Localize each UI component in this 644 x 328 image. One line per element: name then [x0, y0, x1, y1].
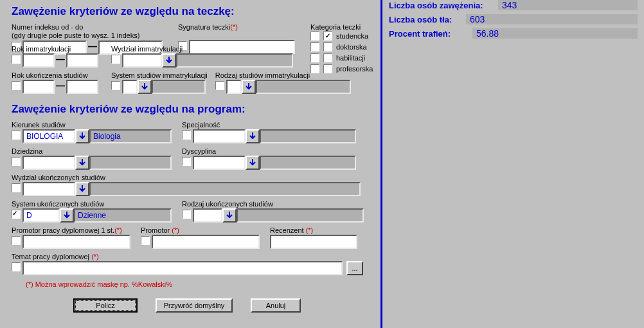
specjalnosc-code[interactable]: [193, 129, 246, 143]
section2-title: Zawężenie kryteriów ze względu na progra…: [12, 103, 374, 116]
section1-title: Zawężenie kryteriów ze względu na teczkę…: [12, 5, 374, 18]
wydz-uk-checkbox[interactable]: [12, 183, 21, 192]
wydz-uk-name: [89, 182, 361, 196]
arrow-down-icon: [226, 212, 233, 219]
wydz-imm-code[interactable]: [122, 53, 162, 68]
cat-enable-1[interactable]: [310, 42, 319, 51]
policz-button[interactable]: Policz: [73, 298, 138, 313]
arrow-down-icon: [79, 132, 85, 140]
wydz-imm-dropdown[interactable]: [162, 53, 176, 68]
arrow-down-icon: [64, 212, 70, 219]
rok-imm-label: Rok immatrykulacji: [12, 45, 98, 53]
dziedzina-label: Dziedzina: [12, 147, 172, 155]
kierunek-label: Kierunek studiów: [12, 121, 172, 129]
system-imm-code[interactable]: [122, 80, 138, 94]
system-uk-label: System ukończonych studiów: [12, 200, 172, 208]
dyscyplina-dropdown[interactable]: [246, 156, 260, 170]
cat-check-doktorska[interactable]: [323, 42, 332, 51]
index-label: Numer indeksu od - do: [12, 23, 163, 31]
system-imm-name: [152, 80, 206, 94]
wydz-uk-dropdown[interactable]: [75, 182, 89, 196]
cat-label-2: habilitacji: [336, 54, 365, 62]
prom-checkbox[interactable]: [141, 236, 150, 245]
rodzaj-imm-label: Rodzaj studiów immatrykulacji: [215, 71, 351, 79]
kierunek-dropdown[interactable]: [75, 129, 89, 143]
prom1-input[interactable]: [22, 235, 130, 249]
system-uk-code[interactable]: [22, 208, 60, 223]
dyscyplina-label: Dyscyplina: [182, 147, 356, 155]
rodzaj-imm-dropdown[interactable]: [242, 80, 256, 94]
rec-label: Recenzent (*): [270, 226, 357, 234]
arrow-down-icon: [246, 83, 252, 91]
rodzaj-imm-code[interactable]: [226, 80, 242, 94]
dziedzina-checkbox[interactable]: [12, 157, 21, 166]
dziedzina-name: [89, 156, 172, 170]
prom1-checkbox[interactable]: [12, 236, 21, 245]
system-uk-dropdown[interactable]: [60, 208, 74, 223]
rodzaj-imm-name: [256, 80, 351, 94]
sygnatura-label: Sygnatura teczki(*): [178, 23, 295, 31]
cat-enable-2[interactable]: [310, 53, 319, 62]
wydz-imm-name: [176, 53, 293, 68]
rodzaj-uk-label: Rodzaj ukończonych studiów: [182, 200, 364, 208]
rodzaj-uk-dropdown[interactable]: [222, 208, 237, 223]
stat-traf-val: 56.88: [472, 28, 503, 39]
system-imm-dropdown[interactable]: [138, 80, 152, 94]
specjalnosc-label: Specjalność: [182, 121, 356, 129]
dash-icon: —: [55, 54, 66, 67]
rok-imm-from[interactable]: [22, 53, 55, 68]
kierunek-code[interactable]: [22, 129, 75, 143]
system-imm-checkbox[interactable]: [111, 81, 120, 90]
rec-input[interactable]: [270, 235, 357, 249]
system-uk-name: [74, 208, 172, 223]
stat-zaw-val: 343: [498, 0, 521, 11]
kierunek-name: [89, 129, 172, 143]
rok-uk-from[interactable]: [22, 80, 55, 94]
stat-traf-box: 56.88: [472, 28, 638, 39]
rok-uk-checkbox[interactable]: [12, 81, 21, 90]
temat-browse-button[interactable]: ...: [346, 261, 363, 275]
system-imm-label: System studiów immatrykulacji: [111, 71, 208, 79]
dyscyplina-name: [260, 156, 356, 170]
stat-tla-label: Liczba osób tła:: [389, 15, 466, 24]
dyscyplina-checkbox[interactable]: [182, 157, 191, 166]
prom-input[interactable]: [152, 235, 260, 249]
prom1-label: Promotor pracy dyplomowej 1 st.(*): [12, 226, 130, 234]
rok-uk-to[interactable]: [66, 80, 98, 94]
cat-check-habilitacji[interactable]: [323, 53, 332, 62]
stat-traf-label: Procent trafień:: [389, 29, 472, 39]
stat-zaw-box: 343: [498, 0, 638, 10]
temat-checkbox[interactable]: [12, 262, 21, 271]
arrow-down-icon: [141, 83, 148, 91]
dziedzina-dropdown[interactable]: [75, 156, 89, 170]
wydz-uk-code[interactable]: [22, 182, 75, 196]
wydz-imm-checkbox[interactable]: [111, 55, 120, 64]
wydz-imm-label: Wydział immatrykulacji: [111, 45, 293, 53]
cat-enable-0[interactable]: [310, 32, 319, 41]
dyscyplina-code[interactable]: [193, 156, 246, 170]
specjalnosc-dropdown[interactable]: [246, 129, 260, 143]
rodzaj-uk-checkbox[interactable]: [182, 210, 191, 219]
prom-label: Promotor (*): [141, 226, 260, 234]
rok-imm-checkbox[interactable]: [12, 55, 21, 64]
anuluj-button[interactable]: Anuluj: [251, 298, 301, 313]
kategoria-label: Kategoria teczki: [310, 23, 373, 31]
rok-uk-label: Rok ukończenia studiów: [12, 71, 98, 79]
stat-tla-box: 603: [466, 14, 638, 24]
stat-tla-val: 603: [466, 14, 488, 25]
rok-imm-to[interactable]: [66, 53, 98, 68]
rodzaj-uk-code[interactable]: [193, 208, 222, 223]
mask-note: (*) Można wprowadzić maskę np. %Kowalski…: [26, 280, 374, 288]
kierunek-checkbox[interactable]: [12, 131, 21, 140]
arrow-down-icon: [166, 57, 172, 64]
arrow-down-icon: [249, 159, 256, 167]
system-uk-checkbox[interactable]: [12, 210, 21, 219]
dziedzina-code[interactable]: [22, 156, 75, 170]
rodzaj-imm-checkbox[interactable]: [215, 81, 224, 90]
cat-check-studencka[interactable]: [323, 32, 332, 41]
temat-input[interactable]: [22, 261, 343, 275]
stat-zaw-label: Liczba osób zawężenia:: [389, 1, 498, 10]
specjalnosc-checkbox[interactable]: [182, 131, 191, 140]
przywroc-button[interactable]: Przywróć domyślny: [156, 298, 233, 313]
arrow-down-icon: [79, 185, 85, 193]
